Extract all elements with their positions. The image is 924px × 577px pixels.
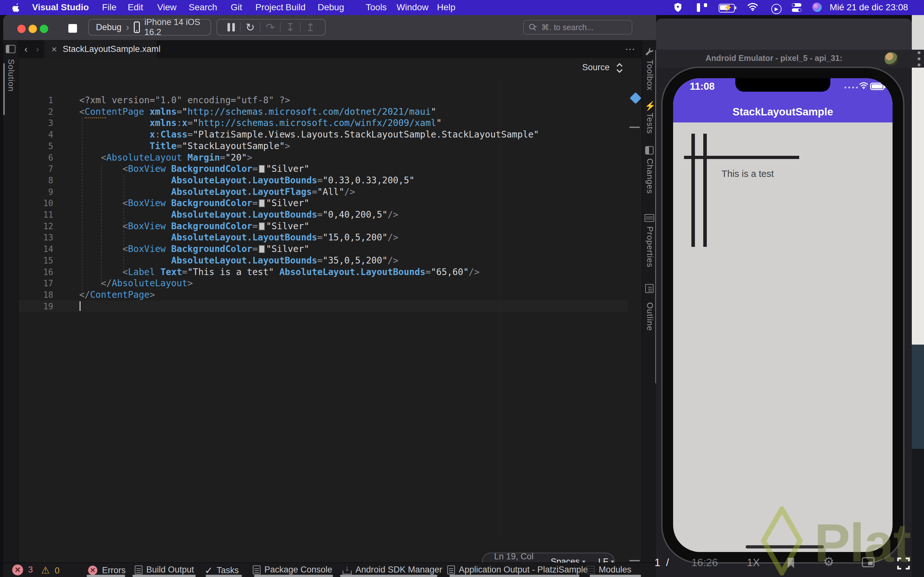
code-line: AbsoluteLayout.LayoutFlags="All"/> — [79, 186, 355, 198]
indent-mode-dropdown[interactable]: Spaces — [551, 557, 580, 563]
emulator-title-bar[interactable]: Android Emulator - pixel_5 - api_31: — [656, 50, 912, 68]
siri-icon[interactable] — [813, 3, 822, 14]
eol-mode-dropdown[interactable]: LF — [598, 557, 608, 563]
code-health-indicator-icon[interactable] — [630, 92, 642, 104]
right-pad-strip: Toolbox⚡TestsGit ChangesPropertiesDocume… — [642, 40, 656, 563]
picture-in-picture-icon[interactable] — [862, 557, 875, 567]
line-number: 9 — [19, 186, 53, 198]
error-count-badge[interactable]: ✕ 3 — [12, 564, 33, 575]
overflow-dots-icon — [918, 57, 921, 60]
run-configuration-selector[interactable]: Debug › iPhone 14 iOS 16.2 — [88, 19, 211, 35]
settings-gear-icon[interactable]: ⚙ — [823, 554, 834, 569]
minimize-window-button[interactable] — [29, 25, 37, 33]
iphone-simulator-device: 11:08 StackLayoutSample This is a test — [661, 67, 905, 564]
code-line: <BoxView BackgroundColor="Silver" — [79, 221, 309, 232]
dock-button-package-console[interactable]: Package Console — [253, 565, 333, 575]
wrench-icon — [645, 47, 654, 57]
solution-pad-strip: Solution — [3, 40, 19, 563]
nav-back-button[interactable]: ‹ — [24, 44, 27, 55]
dock-pad-indicator — [87, 575, 125, 577]
nav-forward-button[interactable]: › — [36, 44, 39, 55]
menu-visual-studio[interactable]: Visual Studio — [32, 2, 89, 13]
step-over-button[interactable]: ↷ — [266, 23, 275, 32]
code-line: AbsoluteLayout.LayoutBounds="0.33,0.33,2… — [79, 175, 415, 186]
line-number: 7 — [19, 163, 53, 175]
view-mode-label[interactable]: Source — [582, 63, 610, 73]
menu-project[interactable]: Project — [255, 2, 283, 13]
menu-help[interactable]: Help — [437, 2, 456, 13]
dock-button-android-sdk-manager[interactable]: ↓Android SDK Manager — [342, 565, 442, 575]
line-number: 19 — [19, 301, 53, 312]
code-editor[interactable]: 12345678910111213141516171819 <?xml vers… — [19, 78, 642, 562]
line-number: 15 — [19, 255, 53, 266]
menu-edit[interactable]: Edit — [128, 2, 143, 13]
chevron-right-icon: › — [126, 22, 129, 33]
solution-pad-icon[interactable] — [6, 45, 15, 53]
code-line: <BoxView BackgroundColor="Silver" — [79, 197, 309, 209]
device-label: iPhone 14 iOS 16.2 — [144, 17, 204, 37]
dock-pad-indicator — [449, 575, 580, 577]
debug-step-controls: ↻ ↷ ↧ ↥ — [216, 19, 326, 35]
view-mode-switcher-icon[interactable] — [615, 62, 624, 74]
menu-file[interactable]: File — [102, 2, 116, 13]
code-line: </ContentPage> — [79, 289, 155, 301]
color-swatch-silver — [259, 245, 265, 253]
zoom-window-button[interactable] — [40, 25, 48, 33]
sidebar-item-solution[interactable]: Solution — [6, 59, 16, 92]
wifi-icon[interactable] — [748, 3, 758, 11]
chevron-down-icon: ▾ — [582, 558, 585, 562]
code-line: <?xml version="1.0" encoding="utf-8" ?> — [79, 95, 290, 106]
shield-icon[interactable] — [674, 3, 682, 12]
menu-window[interactable]: Window — [397, 2, 429, 13]
line-number: 16 — [19, 266, 53, 278]
restart-button[interactable]: ↻ — [246, 23, 255, 32]
window-manager-icon[interactable] — [697, 3, 707, 14]
tab-stacklayoutsample[interactable]: × StackLayoutSample.xaml — [44, 40, 158, 58]
close-window-button[interactable] — [17, 25, 26, 33]
player-separator: / — [666, 556, 669, 569]
menu-tools[interactable]: Tools — [366, 2, 387, 13]
background-window-strip — [912, 15, 924, 50]
code-content: <?xml version="1.0" encoding="utf-8" ?><… — [79, 78, 625, 562]
stop-debug-button[interactable] — [68, 24, 77, 33]
dock-button-modules[interactable]: Modules — [586, 565, 632, 575]
warning-count-badge[interactable]: ⚠ 0 — [41, 564, 59, 576]
pause-button[interactable] — [228, 23, 235, 31]
platzi-logo-watermark — [761, 506, 803, 575]
step-out-button[interactable]: ↥ — [306, 23, 315, 32]
tab-overflow-button[interactable]: ⋯ — [625, 43, 636, 55]
line-number: 2 — [19, 106, 53, 118]
simulator-window-header[interactable]: iPhone 14 iOS 16.2 — [656, 19, 912, 50]
avatar — [885, 52, 898, 66]
menu-search[interactable]: Search — [189, 2, 217, 13]
player-duration: 16:26 — [691, 556, 718, 569]
dock-button-application-output-platzisample[interactable]: Application Output - PlatziSample — [447, 565, 588, 575]
player-speed-button[interactable]: 1X — [747, 556, 760, 569]
menu-clock[interactable]: Mié 21 de dic 23:08 — [830, 2, 908, 13]
menu-build[interactable]: Build — [286, 2, 305, 13]
code-line: </AbsoluteLayout> — [79, 277, 193, 289]
fullscreen-icon[interactable] — [897, 557, 910, 570]
line-number: 11 — [19, 209, 53, 221]
bolt-icon: ⚡ — [645, 101, 654, 110]
menu-debug[interactable]: Debug — [318, 2, 344, 13]
code-line: AbsoluteLayout.LayoutBounds="15,0,5,200"… — [79, 232, 399, 243]
control-center-icon[interactable] — [792, 3, 801, 12]
menu-view[interactable]: View — [157, 2, 176, 13]
menu-git[interactable]: Git — [231, 2, 242, 13]
status-wifi-icon — [859, 82, 868, 89]
apple-logo-icon[interactable] — [12, 3, 21, 13]
device-phone-icon — [134, 21, 140, 33]
left-edge-scrollbar[interactable] — [3, 63, 5, 115]
battery-charging-icon[interactable]: ⚡ — [719, 4, 735, 15]
search-icon — [528, 23, 538, 31]
code-line: x:Class="PlatziSample.Views.Layouts.Stac… — [79, 129, 539, 140]
search-input[interactable]: ⌘. to search... — [523, 20, 632, 35]
dock-button-errors[interactable]: ✕Errors — [87, 565, 126, 576]
step-into-button[interactable]: ↧ — [286, 23, 295, 32]
dock-button-tasks[interactable]: ✓Tasks — [205, 565, 239, 576]
dock-button-build-output[interactable]: Build Output — [135, 565, 194, 575]
bookmark-icon[interactable] — [786, 557, 796, 569]
close-tab-icon[interactable]: × — [51, 44, 57, 55]
play-circle-icon[interactable]: ▶ — [771, 3, 782, 14]
